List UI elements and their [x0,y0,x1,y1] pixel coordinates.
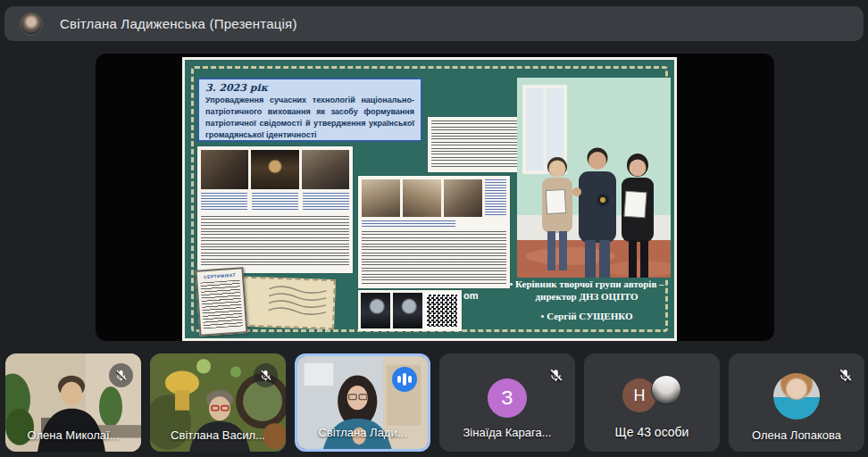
photo-placeholder [403,179,441,217]
credit-role: Керівник творчої групи авторів – директо… [499,278,674,303]
side-caption [485,179,506,217]
mic-off-icon [548,368,563,383]
certificate-graphic: СЕРТИФІКАТ [197,269,340,337]
slide-middle-text-top [428,117,524,172]
slide-watermark: om [463,290,479,301]
muted-mic-badge [254,363,278,387]
muted-mic-badge [109,363,133,387]
certificate-document: СЕРТИФІКАТ [195,267,247,337]
qr-code [425,293,459,328]
photo-row-middle [362,179,506,217]
certificate-label: СЕРТИФІКАТ [200,272,239,280]
photo-placeholder [251,150,298,189]
photo-avatar [773,373,820,420]
letter-avatar: З [488,378,527,418]
presenter-banner: Світлана Ладиженська (Презентація) [4,6,864,41]
photo-row-left [201,150,349,189]
participant-tile-more-people[interactable]: Н Ще 43 особи [584,353,720,452]
photo-captions [201,193,349,211]
participant-tile-svitlana-lady-active-speaker[interactable]: Світлана Лади... [295,353,430,452]
muted-mic-badge [547,367,563,383]
speaking-indicator [392,367,417,392]
participant-tile-olena-mykolai[interactable]: Олена Миколаї... [5,353,141,452]
screen-share-stage[interactable]: 3. 2023 рік Упровадження сучасних технол… [96,54,774,341]
presenter-name: Світлана Ладиженська (Презентація) [60,16,297,31]
slide-left-panel [197,146,353,273]
presenter-avatar [20,12,43,36]
postmark-waves-icon [267,285,330,317]
mic-off-icon [838,368,853,383]
photo-placeholder [362,179,400,217]
participant-name: Світлана Васил... [150,428,286,442]
body-text-placeholder [201,216,349,268]
participant-name: Зінаїда Карага... [439,426,575,439]
muted-mic-badge [837,367,853,383]
slide-title-text: Упровадження сучасних технологій націона… [205,95,414,141]
stacked-avatars: Н [622,375,681,411]
slide-footer-credits: Керівник творчої групи авторів – директо… [499,278,674,322]
participant-name: Світлана Лади... [297,426,428,439]
credit-name: Сергій СУЩЕНКО [499,310,674,322]
slide-middle-panel [358,176,510,288]
participant-tile-zinaida[interactable]: З Зінаїда Карага... [439,353,575,452]
photo-placeholder [393,293,422,328]
mic-off-icon [114,369,128,382]
body-text-placeholder [362,231,506,285]
slide-title-box: 3. 2023 рік Упровадження сучасних технол… [197,78,422,142]
presentation-slide: 3. 2023 рік Упровадження сучасних технол… [182,57,677,341]
photo-placeholder [302,150,349,189]
photo-placeholder [201,150,248,189]
slide-canvas: 3. 2023 рік Упровадження сучасних технол… [185,60,674,338]
photo-avatar [651,375,681,405]
slide-title-year: 3. 2023 рік [205,82,414,94]
participant-name: Олена Лопакова [729,428,864,442]
slide-bottom-photos [358,290,462,331]
award-ceremony-photo [517,78,671,278]
photo-placeholder [361,293,390,328]
participant-name: Олена Миколаї... [5,428,141,442]
more-people-count: Ще 43 особи [584,425,720,439]
participant-tile-svitlana-vasyl[interactable]: Світлана Васил... [150,353,286,452]
photo-placeholder [444,179,482,217]
mic-off-icon [259,369,272,382]
participant-tile-olena-lopakova[interactable]: Олена Лопакова [729,353,864,452]
